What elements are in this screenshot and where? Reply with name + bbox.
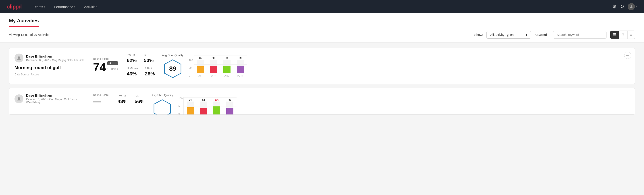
search-input[interactable] bbox=[553, 31, 606, 38]
round-score-block: — bbox=[93, 98, 109, 106]
nav-performance[interactable]: Performance ▾ bbox=[53, 3, 76, 10]
bar-arg: 89 bbox=[222, 57, 232, 73]
round-score-label: Round Score bbox=[93, 94, 109, 96]
add-icon[interactable]: ⊕ bbox=[612, 4, 616, 10]
nav-teams[interactable]: Teams ▾ bbox=[32, 3, 46, 10]
round-score-number: 74 bbox=[93, 61, 106, 73]
bar-putt-value: 89 bbox=[239, 57, 242, 59]
page-title: My Activities bbox=[9, 14, 39, 27]
bar-app: 82 bbox=[198, 98, 208, 115]
x-label-putt: PUTT bbox=[236, 74, 245, 77]
x-label-arg: ARG bbox=[222, 74, 232, 77]
one-putt-stat: 1 Putt 28% bbox=[145, 67, 155, 77]
bar-app-fill bbox=[210, 66, 217, 73]
nav-performance-label: Performance bbox=[54, 5, 73, 9]
bar-ott-value: 85 bbox=[199, 57, 202, 59]
chevron-down-icon: ▾ bbox=[526, 33, 527, 36]
activity-title: Morning round of golf bbox=[14, 65, 86, 70]
round-score-label: Round Score bbox=[93, 57, 118, 60]
chevron-down-icon: ▾ bbox=[44, 6, 45, 8]
chevron-down-icon: ▾ bbox=[636, 6, 637, 8]
nav-activities[interactable]: Activities bbox=[83, 3, 98, 10]
viewing-total: 29 bbox=[34, 33, 37, 36]
refresh-icon[interactable]: ↻ bbox=[620, 4, 624, 10]
data-source: Data Source: Arccos bbox=[14, 73, 86, 76]
svg-point-0 bbox=[630, 5, 632, 7]
grid-view-button[interactable]: ⊞ bbox=[619, 31, 628, 38]
bar-app-value: 90 bbox=[212, 57, 215, 59]
filters-bar: Viewing 12 out of 29 Activities Show: Al… bbox=[0, 27, 644, 42]
hexagon bbox=[152, 98, 172, 115]
card-left: Dave Billingham December 05, 2021 - Gog … bbox=[14, 54, 86, 76]
bar-arg: 106 bbox=[212, 98, 221, 115]
gir-stat: GIR 50% bbox=[144, 54, 154, 63]
keywords-label: Keywords: bbox=[535, 33, 549, 36]
user-info: Dave Billingham October 16, 2021 - Gog M… bbox=[14, 94, 86, 104]
user-date: October 16, 2021 - Gog Magog Golf Club -… bbox=[26, 98, 86, 104]
logo: clippd bbox=[7, 4, 22, 10]
edit-button[interactable]: ✏ bbox=[624, 52, 631, 59]
main-content: ✏ Dave Billingham December 05, 2021 - Go… bbox=[0, 42, 644, 124]
bar-ott-fill bbox=[197, 66, 204, 73]
svg-point-3 bbox=[18, 97, 20, 98]
chart-y-labels: 100 50 0 bbox=[178, 97, 182, 115]
viewing-count: 12 bbox=[21, 33, 24, 36]
nav-right: ⊕ ↻ ▾ bbox=[612, 3, 637, 10]
user-menu[interactable]: ▾ bbox=[628, 3, 637, 10]
compact-view-button[interactable]: ≡ bbox=[628, 31, 635, 38]
avg-shot-quality-label: Avg Shot Quality bbox=[162, 54, 184, 57]
list-view-button[interactable]: ☰ bbox=[610, 31, 619, 38]
viewing-text: Viewing 12 out of 29 Activities bbox=[9, 33, 470, 36]
hex-score: 89 bbox=[169, 65, 176, 72]
user-date: December 05, 2021 - Gog Magog Golf Club … bbox=[26, 59, 84, 62]
chevron-down-icon: ▾ bbox=[74, 6, 75, 8]
svg-point-1 bbox=[18, 56, 20, 58]
chart-y-labels: 100 50 0 bbox=[189, 59, 193, 77]
bar-putt-fill bbox=[237, 66, 244, 73]
activity-card: ✏ Dave Billingham December 05, 2021 - Go… bbox=[9, 48, 635, 84]
activity-type-value: All Activity Types bbox=[490, 33, 514, 36]
user-name: Dave Billingham bbox=[26, 94, 86, 97]
fw-hit-stat: FW Hit 62% bbox=[127, 54, 136, 63]
user-name: Dave Billingham bbox=[26, 54, 84, 58]
bar-ott: 85 bbox=[196, 57, 206, 73]
activity-card: Dave Billingham October 16, 2021 - Gog M… bbox=[9, 88, 635, 115]
avatar bbox=[14, 94, 24, 103]
card-stats: Round Score — FW Hit 43% GIR 56% bbox=[93, 94, 144, 106]
nav-teams-label: Teams bbox=[33, 5, 43, 9]
hexagon: 89 bbox=[163, 59, 183, 79]
nav-activities-label: Activities bbox=[84, 5, 97, 9]
avatar bbox=[14, 54, 24, 62]
hexagon-wrapper bbox=[152, 98, 173, 115]
x-label-app: APP bbox=[209, 74, 218, 77]
fw-hit-stat: FW Hit 43% bbox=[118, 94, 128, 104]
page-header: My Activities bbox=[0, 14, 644, 27]
bar-putt: 89 bbox=[236, 57, 245, 73]
stat-pair-2: Up/Down 43% 1 Putt 28% bbox=[127, 67, 155, 77]
round-holes: 18 Holes bbox=[107, 68, 118, 71]
round-score-badge: +4 bbox=[107, 61, 118, 65]
bar-putt: 87 bbox=[225, 98, 235, 115]
show-label: Show: bbox=[474, 33, 483, 36]
card-stats: Round Score 74 +4 18 Holes FW Hit 62% bbox=[93, 54, 155, 77]
card-left: Dave Billingham October 16, 2021 - Gog M… bbox=[14, 94, 86, 107]
avatar bbox=[628, 3, 635, 10]
bar-ott: 94 bbox=[186, 98, 195, 115]
avg-shot-quality-label: Avg Shot Quality bbox=[152, 94, 173, 97]
bar-arg-value: 89 bbox=[226, 57, 228, 59]
stat-pair: FW Hit 62% GIR 50% bbox=[127, 54, 155, 63]
round-score-block: 74 +4 18 Holes bbox=[93, 61, 118, 73]
svg-marker-4 bbox=[154, 100, 170, 115]
stat-pair: FW Hit 43% GIR 56% bbox=[118, 94, 144, 104]
bar-arg-fill bbox=[223, 66, 230, 73]
updown-stat: Up/Down 43% bbox=[127, 67, 138, 77]
hexagon-wrapper: 89 bbox=[162, 59, 184, 79]
user-info: Dave Billingham December 05, 2021 - Gog … bbox=[14, 54, 86, 62]
x-label-ott: OTT bbox=[196, 74, 205, 77]
gir-stat: GIR 56% bbox=[134, 94, 144, 104]
card-quality: Avg Shot Quality 100 50 0 bbox=[152, 94, 630, 115]
bar-app: 90 bbox=[209, 57, 219, 73]
card-quality: Avg Shot Quality 89 100 50 0 bbox=[162, 54, 630, 79]
activity-type-dropdown[interactable]: All Activity Types ▾ bbox=[486, 31, 531, 38]
view-toggles: ☰ ⊞ ≡ bbox=[610, 30, 635, 39]
